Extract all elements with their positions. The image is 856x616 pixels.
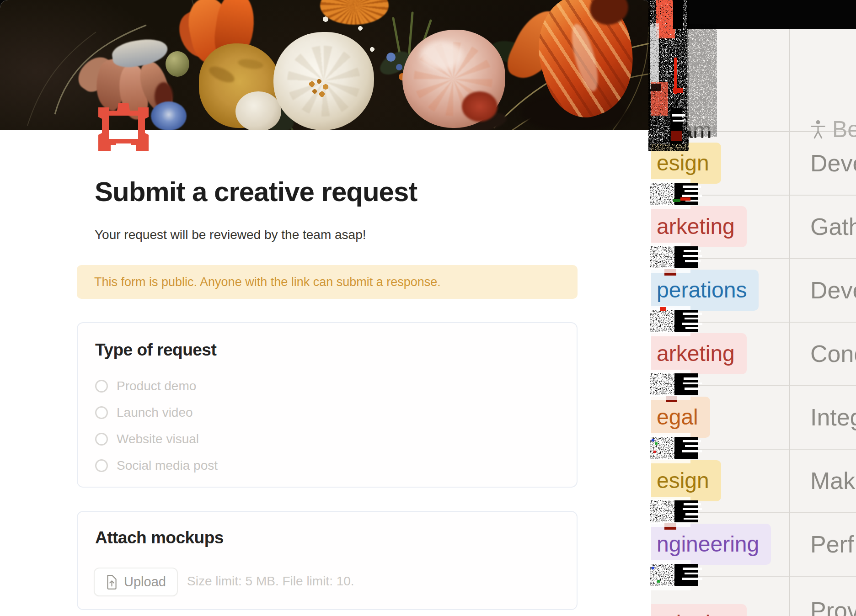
radio-option-launch-video[interactable]: Launch video [95, 404, 193, 422]
team-cell[interactable]: perations [649, 258, 789, 322]
public-form-banner: This form is public. Anyone with the lin… [77, 265, 578, 299]
value-cell[interactable]: Prov [789, 576, 856, 616]
team-tag: esign [650, 143, 721, 184]
team-cell[interactable]: esign [649, 131, 789, 195]
table-row[interactable]: esign Deve [649, 131, 856, 196]
upload-hint: Size limit: 5 MB. File limit: 10. [187, 574, 354, 589]
team-cell[interactable]: egal [649, 385, 789, 449]
team-tag: ngineering [650, 524, 771, 565]
radio-label: Social media post [117, 458, 218, 473]
radio-circle[interactable] [95, 380, 108, 393]
team-cell[interactable]: arketing [649, 195, 789, 258]
team-tag: perations [650, 270, 759, 311]
brand-frame-icon [98, 103, 149, 151]
screen: Team Be esign Deve arketing Gath peratio… [0, 0, 856, 616]
team-tag: arketing [650, 604, 747, 616]
table-row[interactable]: esign Make [649, 449, 856, 513]
section-heading: Type of request [95, 340, 216, 360]
section-heading: Attach mockups [95, 528, 224, 547]
value-cell[interactable]: Make [789, 449, 856, 512]
value-cell[interactable]: Gath [789, 195, 856, 258]
radio-label: Product demo [117, 379, 196, 393]
team-cell[interactable]: ngineering [649, 512, 789, 576]
radio-circle[interactable] [95, 433, 108, 446]
type-of-request-section: Type of request Product demo Launch vide… [77, 322, 578, 488]
value-cell[interactable]: Cond [789, 322, 856, 385]
table-window: Team Be esign Deve arketing Gath peratio… [649, 29, 856, 616]
table-row[interactable]: arketing Prov [649, 576, 856, 616]
upload-file-icon [106, 575, 118, 589]
page-title: Submit a creative request [95, 176, 417, 207]
value-cell[interactable]: Perf [789, 512, 856, 576]
table-header-row: Team Be [649, 29, 856, 132]
table-row[interactable]: egal Integ [649, 385, 856, 450]
value-cell[interactable]: Deve [789, 131, 856, 195]
team-tag: egal [650, 397, 710, 438]
radio-option-product-demo[interactable]: Product demo [95, 377, 196, 395]
attach-mockups-section: Attach mockups Upload Size limit: 5 MB. … [77, 511, 578, 610]
radio-circle[interactable] [95, 459, 108, 472]
radio-label: Website visual [117, 432, 199, 446]
form-card: Submit a creative request Your request w… [0, 0, 651, 616]
team-tag: arketing [650, 206, 747, 247]
team-cell[interactable]: arketing [649, 322, 789, 385]
table-row[interactable]: arketing Gath [649, 195, 856, 259]
radio-option-social-media-post[interactable]: Social media post [95, 457, 218, 475]
banner-text: This form is public. Anyone with the lin… [94, 275, 441, 289]
radio-label: Launch video [117, 405, 193, 420]
column-divider [789, 29, 790, 616]
page-subtitle: Your request will be reviewed by the tea… [95, 228, 366, 242]
value-cell[interactable]: Integ [789, 385, 856, 449]
upload-button[interactable]: Upload [94, 568, 178, 596]
upload-label: Upload [124, 574, 166, 589]
team-tag: arketing [650, 333, 747, 374]
cover-image [0, 0, 651, 130]
team-cell[interactable]: esign [649, 449, 789, 512]
table-row[interactable]: arketing Cond [649, 322, 856, 386]
table-row[interactable]: ngineering Perf [649, 512, 856, 577]
radio-circle[interactable] [95, 406, 108, 419]
table-row[interactable]: perations Deve [649, 258, 856, 323]
radio-option-website-visual[interactable]: Website visual [95, 430, 199, 448]
team-cell[interactable]: arketing [649, 576, 789, 616]
team-tag: esign [650, 460, 721, 501]
value-cell[interactable]: Deve [789, 258, 856, 322]
